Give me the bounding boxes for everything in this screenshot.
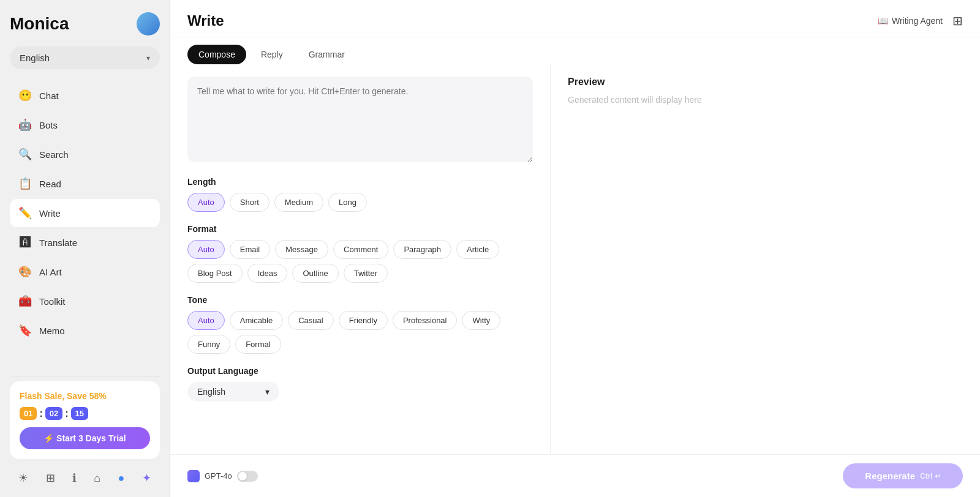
format-options: AutoEmailMessageCommentParagraphArticleB… [187,240,533,283]
format-chip-ideas[interactable]: Ideas [247,264,288,283]
format-chip-article[interactable]: Article [456,240,499,259]
sidebar-item-label: Write [39,208,61,219]
sidebar-item-translate[interactable]: 🅰 Translate [10,228,160,256]
length-options: AutoShortMediumLong [187,193,533,212]
translate-icon: 🅰 [18,236,32,249]
help-icon[interactable]: ℹ [72,471,77,485]
chevron-down-icon: ▾ [146,54,150,62]
app-title: Monica [10,14,69,34]
tone-label: Tone [187,295,533,305]
write-panel: Length AutoShortMediumLong Format AutoEm… [170,64,550,454]
tone-chip-professional[interactable]: Professional [393,311,458,330]
tone-chip-witty[interactable]: Witty [462,311,500,330]
sidebar-item-label: Toolkit [39,296,66,307]
memo-icon: 🔖 [18,324,32,337]
nav-items: 😶 Chat 🤖 Bots 🔍 Search 📋 Read ✏️ Write 🅰… [10,81,160,371]
output-lang-chevron-icon: ▾ [265,387,270,397]
regenerate-button[interactable]: Regenerate Ctrl ↵ [843,463,963,488]
timer: 01 : 02 : 15 [20,407,150,420]
length-label: Length [187,177,533,187]
writing-agent-button[interactable]: 📖 Writing Agent [878,16,943,26]
promo-card: Flash Sale, Save 58% 01 : 02 : 15 ⚡ Star… [10,381,160,459]
tone-chip-funny[interactable]: Funny [187,335,230,354]
format-chip-auto[interactable]: Auto [187,240,225,259]
star-icon[interactable]: ✦ [142,471,151,485]
toolkit-icon: 🧰 [18,294,32,308]
sidebar-header: Monica [10,12,160,36]
promo-discount: 58% [89,391,107,401]
output-language-row: English ▾ [187,382,533,402]
trial-button[interactable]: ⚡ Start 3 Days Trial [20,427,150,449]
shortcut-hint: Ctrl ↵ [920,472,941,480]
sidebar-item-write[interactable]: ✏️ Write [10,199,160,227]
tabs: ComposeReplyGrammar [170,37,980,64]
sidebar-item-toolkit[interactable]: 🧰 Toolkit [10,287,160,315]
length-chip-medium[interactable]: Medium [274,193,323,212]
timer-sep2: : [65,408,68,419]
tone-chip-formal[interactable]: Formal [235,335,281,354]
tone-chip-amicable[interactable]: Amicable [230,311,283,330]
avatar[interactable] [137,12,160,36]
tab-reply[interactable]: Reply [250,45,294,64]
sidebar-item-chat[interactable]: 😶 Chat [10,81,160,110]
sidebar-item-bots[interactable]: 🤖 Bots [10,111,160,139]
output-language-value: English [197,387,225,397]
sidebar-item-label: Memo [39,326,65,336]
sidebar-item-label: Chat [39,91,59,101]
preview-placeholder: Generated content will display here [568,95,963,105]
format-label: Format [187,224,533,234]
length-chip-auto[interactable]: Auto [187,193,225,212]
page-title: Write [187,12,224,29]
gpt-toggle: GPT-4o [187,470,258,482]
main-panel: Write 📖 Writing Agent ⊞ ComposeReplyGram… [170,0,980,497]
gpt-model-label: GPT-4o [205,471,232,480]
book-icon: 📖 [878,16,888,26]
settings-icon[interactable]: ☀ [18,471,28,485]
sidebar-item-ai-art[interactable]: 🎨 AI Art [10,258,160,286]
promo-title: Flash Sale, Save 58% [20,391,150,401]
tab-grammar[interactable]: Grammar [298,45,356,64]
format-chip-email[interactable]: Email [230,240,271,259]
tab-compose[interactable]: Compose [187,45,246,64]
search-icon: 🔍 [18,148,32,161]
main-content: Length AutoShortMediumLong Format AutoEm… [170,64,980,454]
layout-icon[interactable]: ⊞ [46,471,55,485]
language-selector[interactable]: English ▾ [10,47,160,69]
tone-chip-friendly[interactable]: Friendly [339,311,388,330]
write-icon: ✏️ [18,206,32,220]
sidebar-item-label: AI Art [39,267,62,277]
tone-chip-casual[interactable]: Casual [288,311,333,330]
format-chip-comment[interactable]: Comment [333,240,388,259]
format-chip-paragraph[interactable]: Paragraph [393,240,451,259]
sidebar-item-label: Translate [39,237,77,248]
format-chip-message[interactable]: Message [275,240,328,259]
timer-sep1: : [39,408,42,419]
sidebar-item-read[interactable]: 📋 Read [10,170,160,198]
sidebar-item-label: Read [39,179,61,189]
sidebar-item-search[interactable]: 🔍 Search [10,140,160,168]
gpt-toggle-switch[interactable] [237,471,258,482]
bottom-controls: GPT-4o Regenerate Ctrl ↵ [170,454,980,497]
format-chip-blog-post[interactable]: Blog Post [187,264,243,283]
sidebar: Monica English ▾ 😶 Chat 🤖 Bots 🔍 Search … [0,0,170,497]
tone-chip-auto[interactable]: Auto [187,311,225,330]
length-chip-long[interactable]: Long [328,193,367,212]
bottom-bar: ☀ ⊞ ℹ ⌂ ● ✦ [10,465,160,485]
write-textarea[interactable] [187,77,533,162]
promo-text: Flash Sale, Save [20,391,89,401]
preview-panel: Preview Generated content will display h… [550,64,980,454]
nav-divider [10,376,160,376]
chrome-icon[interactable]: ● [118,472,125,485]
output-language-dropdown[interactable]: English ▾ [187,382,279,402]
sidebar-item-label: Search [39,149,69,160]
chat-icon: 😶 [18,89,32,102]
format-chip-twitter[interactable]: Twitter [344,264,388,283]
length-chip-short[interactable]: Short [230,193,270,212]
home-icon[interactable]: ⌂ [94,472,100,485]
output-language-label: Output Language [187,366,533,376]
tone-options: AutoAmicableCasualFriendlyProfessionalWi… [187,311,533,354]
ai-art-icon: 🎨 [18,265,32,278]
format-chip-outline[interactable]: Outline [292,264,338,283]
grid-icon[interactable]: ⊞ [952,13,963,28]
sidebar-item-memo[interactable]: 🔖 Memo [10,316,160,345]
